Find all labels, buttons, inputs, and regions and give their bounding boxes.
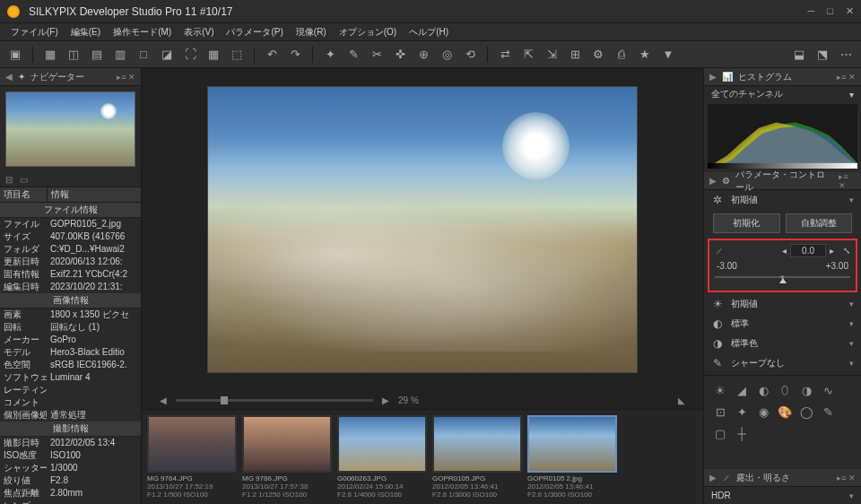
pin-icon[interactable]: ▸≡ ✕: [839, 172, 856, 190]
crop2-icon[interactable]: ⊡: [713, 404, 727, 419]
nav-zoom-icon[interactable]: ▭: [20, 175, 28, 185]
tool-filter-icon[interactable]: ▼: [658, 45, 678, 65]
trim-icon[interactable]: ┼: [735, 426, 749, 440]
nav-adjust-icon[interactable]: ⊟: [5, 175, 13, 185]
tool-tiles-icon[interactable]: ▦: [204, 45, 223, 65]
palette-icon[interactable]: 🎨: [778, 404, 792, 419]
ring-icon[interactable]: ◯: [799, 404, 813, 419]
reset-icon[interactable]: ⤡: [843, 246, 850, 256]
tool-export-icon[interactable]: ⇲: [542, 45, 561, 65]
tool-grid-icon[interactable]: ▦: [40, 45, 60, 65]
expand-icon[interactable]: ⟋: [715, 246, 724, 256]
tool-dev1-icon[interactable]: ⬓: [789, 45, 809, 65]
pin-icon[interactable]: ▸≡ ✕: [117, 73, 135, 82]
arrow-right-icon[interactable]: ▶: [382, 395, 389, 405]
info-row: 更新日時2020/06/13 12:06:: [0, 256, 141, 268]
tool-wand-icon[interactable]: ✦: [320, 45, 340, 65]
tool-split-icon[interactable]: ◫: [64, 45, 83, 65]
tool-heal-icon[interactable]: ◎: [437, 45, 457, 65]
tool-fullscreen-icon[interactable]: ⬚: [227, 45, 247, 65]
thumbnail[interactable]: GOPR0105 2.jpg2012/02/05 13:46:41F2.8 1/…: [527, 415, 617, 499]
param-row[interactable]: ◐標準▾: [704, 314, 861, 334]
left-icon[interactable]: ◂: [782, 246, 787, 256]
drop-icon[interactable]: ◉: [756, 404, 770, 419]
tool-dev2-icon[interactable]: ⬔: [813, 45, 832, 65]
menu-param[interactable]: パラメータ(P): [221, 24, 288, 40]
tool-undo-icon[interactable]: ↶: [262, 45, 282, 65]
warning-icon[interactable]: ◣: [678, 395, 685, 405]
maximize-button[interactable]: □: [827, 5, 833, 17]
tool-sync-icon[interactable]: ⇄: [495, 45, 515, 65]
param-row[interactable]: ☀初期値▾: [704, 294, 861, 314]
tool-crop-icon[interactable]: ✂: [367, 45, 387, 65]
init-button[interactable]: 初期化: [713, 213, 780, 233]
auto-button[interactable]: 自動調整: [786, 213, 853, 233]
tool-more-icon[interactable]: ⋯: [836, 45, 856, 65]
hdr-row[interactable]: HDR ▾: [704, 487, 861, 504]
tool-print-icon[interactable]: ⎙: [612, 45, 631, 65]
sun-icon[interactable]: ☀: [713, 383, 727, 397]
menu-view[interactable]: 表示(V): [178, 24, 219, 40]
menu-mode[interactable]: 操作モード(M): [108, 24, 177, 40]
tool-brush-icon[interactable]: ✎: [344, 45, 363, 65]
zoom-slider[interactable]: [176, 399, 373, 402]
tool-marker-icon[interactable]: ✜: [390, 45, 410, 65]
frame-icon[interactable]: ▢: [713, 426, 727, 440]
channel-selector[interactable]: 全てのチャンネル▾: [704, 86, 861, 102]
preset-row[interactable]: ✲ 初期値 ▾: [704, 190, 861, 210]
tool-settings-icon[interactable]: ⚙: [588, 45, 608, 65]
filmstrip[interactable]: MG 9764.JPG2013/10/27 17:52:19F1.2 1/500…: [142, 409, 703, 504]
menu-develop[interactable]: 現像(R): [291, 24, 332, 40]
zoom-value: 29 %: [398, 395, 419, 405]
collapse-icon: ◀: [5, 72, 13, 82]
pin-icon[interactable]: ▸≡ ✕: [837, 474, 856, 482]
contrast-icon[interactable]: ◐: [756, 383, 770, 397]
tool-clone-icon[interactable]: ⊕: [413, 45, 433, 65]
tool-thumb-icon[interactable]: ▤: [87, 45, 107, 65]
tool-import-icon[interactable]: ⇱: [518, 45, 538, 65]
right-icon[interactable]: ▸: [830, 246, 834, 256]
triangle-icon[interactable]: ◢: [735, 383, 749, 397]
tool-compare-icon[interactable]: ▥: [110, 45, 130, 65]
param-row[interactable]: ✎シャープなし▾: [704, 353, 861, 373]
pin-icon[interactable]: ▸≡ ✕: [837, 73, 856, 82]
tool-expand-icon[interactable]: ⛶: [180, 45, 200, 65]
param-control-header[interactable]: ▶ ⚙ パラメータ・コントロール ▸≡ ✕: [704, 172, 861, 190]
minimize-button[interactable]: ─: [808, 5, 815, 17]
tool-batch-icon[interactable]: ⊞: [565, 45, 585, 65]
info-row: 絞り値F2.8: [0, 474, 141, 487]
arrow-left-icon[interactable]: ◀: [160, 395, 167, 405]
tool-add-icon[interactable]: ▣: [5, 45, 25, 65]
close-button[interactable]: ✕: [846, 5, 854, 17]
menu-file[interactable]: ファイル(F): [5, 24, 64, 40]
tool-dual-icon[interactable]: ◪: [157, 45, 177, 65]
tool-redo-icon[interactable]: ↷: [285, 45, 305, 65]
navigator-thumbnail[interactable]: [5, 91, 135, 167]
menu-edit[interactable]: 編集(E): [65, 24, 106, 40]
param-row[interactable]: ◑標準色▾: [704, 334, 861, 353]
brush2-icon[interactable]: ✎: [821, 404, 835, 419]
current-value[interactable]: 0.0: [790, 244, 826, 257]
thumbnail[interactable]: GOPR0105.JPG2012/02/05 13:46:41F2.8 1/30…: [432, 415, 522, 499]
tool-tag-icon[interactable]: ★: [635, 45, 655, 65]
thumbnail[interactable]: MG 9786.JPG2013/10/27 17:57:38F1.2 1/125…: [242, 415, 332, 499]
image-viewer[interactable]: [142, 68, 703, 391]
exposure-header[interactable]: ▶ ⟋ 露出・明るさ ▸≡ ✕: [704, 469, 861, 487]
star-icon[interactable]: ✦: [735, 404, 749, 419]
shield-icon[interactable]: ⬯: [778, 383, 792, 397]
navigator-header[interactable]: ◀ ✦ ナビゲーター ▸≡ ✕: [0, 68, 141, 86]
tool-single-icon[interactable]: □: [134, 45, 153, 65]
tone-icon[interactable]: ◑: [799, 383, 813, 397]
info-row: ファイルGOPR0105_2.jpg: [0, 218, 141, 230]
menu-option[interactable]: オプション(O): [334, 24, 402, 40]
thumbnail[interactable]: G0060263.JPG2012/02/24 15:00:14F2.8 1/40…: [337, 415, 427, 499]
info-row: 固有情報Exif2.21 YCbCr(4:2: [0, 268, 141, 281]
histogram-header[interactable]: ▶ 📊 ヒストグラム ▸≡ ✕: [704, 68, 861, 86]
param-icon: ◐: [711, 317, 724, 330]
curve-icon[interactable]: ∿: [821, 383, 835, 397]
tool-rotate-icon[interactable]: ⟲: [460, 45, 480, 65]
menu-help[interactable]: ヘルプ(H): [404, 24, 454, 40]
exposure-slider[interactable]: ▾: [715, 273, 850, 282]
info-table[interactable]: ファイル情報ファイルGOPR0105_2.jpgサイズ407.00KB (416…: [0, 203, 141, 504]
thumbnail[interactable]: MG 9764.JPG2013/10/27 17:52:19F1.2 1/500…: [147, 415, 237, 499]
